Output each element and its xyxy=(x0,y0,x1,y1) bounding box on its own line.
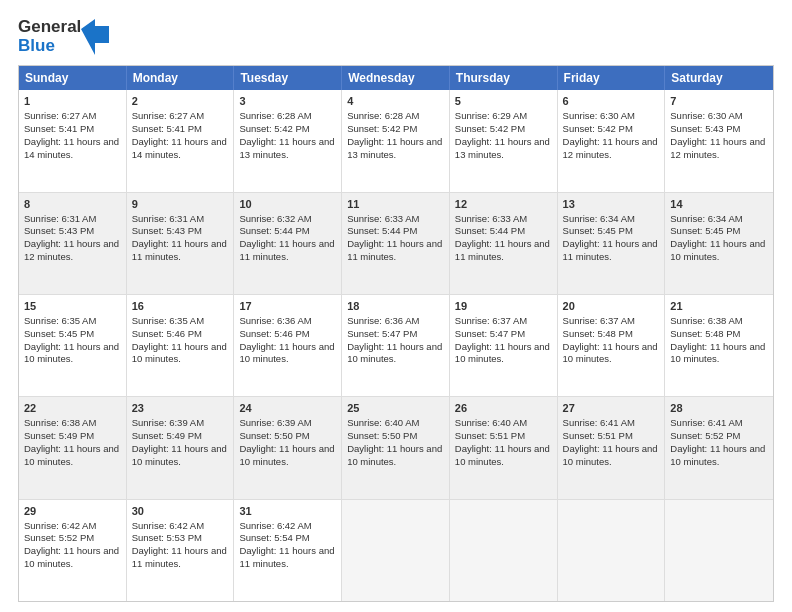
calendar-row-4: 29Sunrise: 6:42 AMSunset: 5:52 PMDayligh… xyxy=(19,499,773,601)
day-number: 3 xyxy=(239,94,336,109)
sunrise-text: Sunrise: 6:33 AM xyxy=(455,213,527,224)
day-cell-24: 24Sunrise: 6:39 AMSunset: 5:50 PMDayligh… xyxy=(234,397,342,498)
sunrise-text: Sunrise: 6:29 AM xyxy=(455,110,527,121)
day-cell-21: 21Sunrise: 6:38 AMSunset: 5:48 PMDayligh… xyxy=(665,295,773,396)
daylight-text: Daylight: 11 hours and 11 minutes. xyxy=(239,545,334,569)
sunrise-text: Sunrise: 6:42 AM xyxy=(24,520,96,531)
sunset-text: Sunset: 5:52 PM xyxy=(24,532,94,543)
sunset-text: Sunset: 5:41 PM xyxy=(24,123,94,134)
header-day-sunday: Sunday xyxy=(19,66,127,90)
day-number: 14 xyxy=(670,197,768,212)
sunset-text: Sunset: 5:53 PM xyxy=(132,532,202,543)
daylight-text: Daylight: 11 hours and 10 minutes. xyxy=(563,341,658,365)
sunset-text: Sunset: 5:43 PM xyxy=(132,225,202,236)
daylight-text: Daylight: 11 hours and 11 minutes. xyxy=(132,238,227,262)
header-day-thursday: Thursday xyxy=(450,66,558,90)
day-cell-4: 4Sunrise: 6:28 AMSunset: 5:42 PMDaylight… xyxy=(342,90,450,191)
header-day-wednesday: Wednesday xyxy=(342,66,450,90)
daylight-text: Daylight: 11 hours and 14 minutes. xyxy=(24,136,119,160)
day-cell-7: 7Sunrise: 6:30 AMSunset: 5:43 PMDaylight… xyxy=(665,90,773,191)
daylight-text: Daylight: 11 hours and 11 minutes. xyxy=(132,545,227,569)
sunset-text: Sunset: 5:49 PM xyxy=(24,430,94,441)
sunset-text: Sunset: 5:49 PM xyxy=(132,430,202,441)
sunset-text: Sunset: 5:44 PM xyxy=(347,225,417,236)
header-day-monday: Monday xyxy=(127,66,235,90)
daylight-text: Daylight: 11 hours and 10 minutes. xyxy=(132,443,227,467)
day-cell-17: 17Sunrise: 6:36 AMSunset: 5:46 PMDayligh… xyxy=(234,295,342,396)
daylight-text: Daylight: 11 hours and 10 minutes. xyxy=(24,341,119,365)
day-cell-6: 6Sunrise: 6:30 AMSunset: 5:42 PMDaylight… xyxy=(558,90,666,191)
day-number: 22 xyxy=(24,401,121,416)
calendar-row-3: 22Sunrise: 6:38 AMSunset: 5:49 PMDayligh… xyxy=(19,396,773,498)
day-number: 26 xyxy=(455,401,552,416)
day-number: 28 xyxy=(670,401,768,416)
day-cell-1: 1Sunrise: 6:27 AMSunset: 5:41 PMDaylight… xyxy=(19,90,127,191)
sunset-text: Sunset: 5:52 PM xyxy=(670,430,740,441)
sunset-text: Sunset: 5:51 PM xyxy=(455,430,525,441)
sunset-text: Sunset: 5:54 PM xyxy=(239,532,309,543)
empty-cell xyxy=(342,500,450,601)
sunset-text: Sunset: 5:42 PM xyxy=(347,123,417,134)
daylight-text: Daylight: 11 hours and 12 minutes. xyxy=(670,136,765,160)
sunset-text: Sunset: 5:42 PM xyxy=(563,123,633,134)
daylight-text: Daylight: 11 hours and 10 minutes. xyxy=(239,443,334,467)
sunset-text: Sunset: 5:51 PM xyxy=(563,430,633,441)
day-cell-15: 15Sunrise: 6:35 AMSunset: 5:45 PMDayligh… xyxy=(19,295,127,396)
daylight-text: Daylight: 11 hours and 13 minutes. xyxy=(239,136,334,160)
day-number: 6 xyxy=(563,94,660,109)
empty-cell xyxy=(558,500,666,601)
daylight-text: Daylight: 11 hours and 11 minutes. xyxy=(239,238,334,262)
sunrise-text: Sunrise: 6:28 AM xyxy=(347,110,419,121)
day-cell-25: 25Sunrise: 6:40 AMSunset: 5:50 PMDayligh… xyxy=(342,397,450,498)
day-number: 31 xyxy=(239,504,336,519)
logo-general: General xyxy=(18,18,81,37)
daylight-text: Daylight: 11 hours and 11 minutes. xyxy=(455,238,550,262)
logo-blue: Blue xyxy=(18,37,55,56)
day-number: 19 xyxy=(455,299,552,314)
sunrise-text: Sunrise: 6:36 AM xyxy=(347,315,419,326)
sunrise-text: Sunrise: 6:31 AM xyxy=(132,213,204,224)
day-cell-29: 29Sunrise: 6:42 AMSunset: 5:52 PMDayligh… xyxy=(19,500,127,601)
sunrise-text: Sunrise: 6:39 AM xyxy=(239,417,311,428)
logo-arrow-icon xyxy=(81,19,109,55)
calendar: SundayMondayTuesdayWednesdayThursdayFrid… xyxy=(18,65,774,602)
sunset-text: Sunset: 5:50 PM xyxy=(239,430,309,441)
day-cell-18: 18Sunrise: 6:36 AMSunset: 5:47 PMDayligh… xyxy=(342,295,450,396)
sunset-text: Sunset: 5:45 PM xyxy=(563,225,633,236)
header-day-friday: Friday xyxy=(558,66,666,90)
day-cell-23: 23Sunrise: 6:39 AMSunset: 5:49 PMDayligh… xyxy=(127,397,235,498)
sunset-text: Sunset: 5:42 PM xyxy=(455,123,525,134)
sunset-text: Sunset: 5:43 PM xyxy=(24,225,94,236)
day-cell-26: 26Sunrise: 6:40 AMSunset: 5:51 PMDayligh… xyxy=(450,397,558,498)
sunset-text: Sunset: 5:45 PM xyxy=(670,225,740,236)
sunrise-text: Sunrise: 6:35 AM xyxy=(132,315,204,326)
empty-cell xyxy=(450,500,558,601)
daylight-text: Daylight: 11 hours and 10 minutes. xyxy=(670,341,765,365)
day-number: 10 xyxy=(239,197,336,212)
sunset-text: Sunset: 5:50 PM xyxy=(347,430,417,441)
sunset-text: Sunset: 5:42 PM xyxy=(239,123,309,134)
header: GeneralBlue xyxy=(18,18,774,55)
sunrise-text: Sunrise: 6:42 AM xyxy=(239,520,311,531)
day-cell-3: 3Sunrise: 6:28 AMSunset: 5:42 PMDaylight… xyxy=(234,90,342,191)
daylight-text: Daylight: 11 hours and 14 minutes. xyxy=(132,136,227,160)
sunrise-text: Sunrise: 6:31 AM xyxy=(24,213,96,224)
daylight-text: Daylight: 11 hours and 10 minutes. xyxy=(455,341,550,365)
daylight-text: Daylight: 11 hours and 10 minutes. xyxy=(347,341,442,365)
sunrise-text: Sunrise: 6:34 AM xyxy=(563,213,635,224)
calendar-row-0: 1Sunrise: 6:27 AMSunset: 5:41 PMDaylight… xyxy=(19,90,773,191)
day-number: 12 xyxy=(455,197,552,212)
sunset-text: Sunset: 5:48 PM xyxy=(670,328,740,339)
sunrise-text: Sunrise: 6:37 AM xyxy=(455,315,527,326)
day-cell-11: 11Sunrise: 6:33 AMSunset: 5:44 PMDayligh… xyxy=(342,193,450,294)
daylight-text: Daylight: 11 hours and 13 minutes. xyxy=(455,136,550,160)
sunrise-text: Sunrise: 6:38 AM xyxy=(24,417,96,428)
logo: GeneralBlue xyxy=(18,18,109,55)
sunset-text: Sunset: 5:44 PM xyxy=(455,225,525,236)
day-cell-10: 10Sunrise: 6:32 AMSunset: 5:44 PMDayligh… xyxy=(234,193,342,294)
daylight-text: Daylight: 11 hours and 10 minutes. xyxy=(670,238,765,262)
sunrise-text: Sunrise: 6:28 AM xyxy=(239,110,311,121)
sunset-text: Sunset: 5:44 PM xyxy=(239,225,309,236)
day-number: 21 xyxy=(670,299,768,314)
day-number: 1 xyxy=(24,94,121,109)
